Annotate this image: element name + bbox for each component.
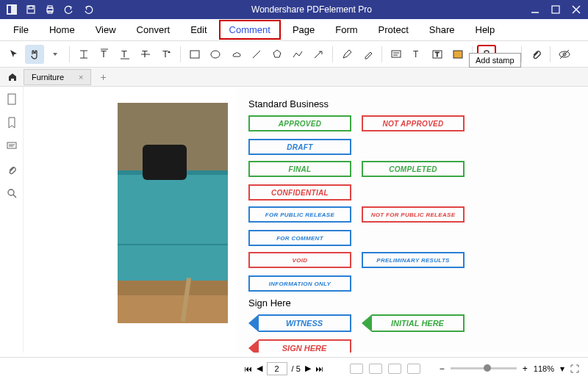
hide-comments-icon[interactable]: [555, 45, 574, 64]
document-tab[interactable]: Furniture ×: [24, 69, 91, 85]
connected-line-icon[interactable]: [288, 45, 307, 64]
prev-page-icon[interactable]: ◀: [257, 364, 262, 373]
attachment-icon[interactable]: [526, 45, 545, 64]
strikethrough-icon[interactable]: T: [136, 45, 155, 64]
menu-edit[interactable]: Edit: [182, 21, 215, 38]
undo-icon[interactable]: [63, 4, 75, 15]
menu-help[interactable]: Help: [467, 21, 504, 38]
thumbnails-icon[interactable]: [5, 93, 18, 106]
stamp-not-approved[interactable]: NOT APPROVED: [362, 115, 465, 131]
zoom-value: 118%: [534, 364, 554, 373]
first-page-icon[interactable]: ⏮: [244, 364, 252, 373]
home-icon[interactable]: [6, 71, 19, 84]
app-logo-icon: [6, 4, 18, 15]
svg-rect-22: [392, 51, 401, 57]
zoom-slider[interactable]: [451, 367, 517, 369]
svg-line-39: [13, 195, 16, 198]
window-title: Wondershare PDFelement Pro: [94, 4, 529, 15]
search-panel-icon[interactable]: [5, 187, 18, 200]
save-icon[interactable]: [25, 4, 37, 15]
stamp-information-only[interactable]: INFORMATION ONLY: [248, 275, 351, 292]
menu-view[interactable]: View: [87, 21, 125, 38]
facing-continuous-icon[interactable]: [407, 364, 420, 374]
svg-rect-1: [8, 6, 11, 13]
bookmarks-icon[interactable]: [5, 116, 18, 129]
select-tool-icon[interactable]: [4, 45, 24, 64]
arrow-stamp-witness[interactable]: WITNESS: [248, 314, 351, 332]
svg-text:T: T: [121, 48, 127, 59]
rect-shape-icon[interactable]: [185, 45, 204, 64]
zoom-in-icon[interactable]: +: [523, 364, 528, 374]
menu-share[interactable]: Share: [420, 21, 464, 38]
stamp-tooltip: Add stamp: [469, 53, 521, 68]
svg-rect-35: [7, 142, 16, 148]
stamp-not-for-public-release[interactable]: NOT FOR PUBLIC RELEASE: [362, 206, 465, 223]
stamp-completed[interactable]: COMPLETED: [362, 161, 465, 177]
caret-icon[interactable]: T: [157, 45, 176, 64]
highlight-icon[interactable]: [74, 45, 93, 64]
menu-page[interactable]: Page: [284, 21, 323, 38]
stamp-final[interactable]: FINAL: [248, 161, 351, 177]
polygon-shape-icon[interactable]: [268, 45, 287, 64]
close-icon[interactable]: [570, 4, 582, 15]
last-page-icon[interactable]: ⏭: [315, 364, 323, 373]
menu-convert[interactable]: Convert: [128, 21, 179, 38]
page-input[interactable]: [267, 362, 287, 375]
text-style1-icon[interactable]: T: [95, 45, 114, 64]
stamp-for-public-release[interactable]: FOR PUBLIC RELEASE: [248, 206, 351, 223]
stamp-draft[interactable]: DRAFT: [248, 139, 351, 155]
svg-text:T: T: [162, 48, 168, 59]
dropdown-icon[interactable]: [46, 45, 65, 64]
hand-tool-icon[interactable]: [25, 45, 44, 64]
stamp-preliminary-results[interactable]: PRELIMINARY RESULTS: [362, 252, 465, 268]
title-bar: Wondershare PDFelement Pro: [0, 0, 588, 19]
stamp-for-comment[interactable]: FOR COMMENT: [248, 230, 351, 246]
stamp-void[interactable]: VOID: [248, 252, 351, 268]
underline-icon[interactable]: T: [115, 45, 135, 64]
tab-label: Furniture: [32, 73, 64, 82]
fullscreen-icon[interactable]: [570, 364, 579, 373]
typewriter-icon[interactable]: T: [407, 45, 426, 64]
pencil-icon[interactable]: [337, 45, 356, 64]
menu-bar: FileHomeViewConvertEditCommentPageFormPr…: [0, 19, 588, 41]
single-view-icon[interactable]: [350, 364, 363, 374]
arrow-shape-icon[interactable]: [309, 45, 328, 64]
tab-close-icon[interactable]: ×: [79, 73, 83, 82]
comments-panel-icon[interactable]: [5, 140, 18, 153]
menu-home[interactable]: Home: [40, 21, 84, 38]
new-tab-icon[interactable]: +: [96, 71, 110, 83]
stamp-panel[interactable]: Standard Business APPROVEDNOT APPROVEDDR…: [237, 87, 588, 353]
menu-protect[interactable]: Protect: [370, 21, 417, 38]
menu-form[interactable]: Form: [326, 21, 366, 38]
line-shape-icon[interactable]: [247, 45, 266, 64]
facing-view-icon[interactable]: [388, 364, 401, 374]
section-standard: Standard Business: [248, 98, 576, 109]
section-sign: Sign Here: [248, 297, 576, 308]
svg-line-20: [253, 51, 260, 58]
oval-shape-icon[interactable]: [206, 45, 225, 64]
zoom-out-icon[interactable]: −: [440, 364, 445, 374]
arrow-stamp-initial-here[interactable]: INITIAL HERE: [362, 314, 465, 332]
note-icon[interactable]: [387, 45, 406, 64]
svg-rect-3: [29, 6, 33, 9]
menu-comment[interactable]: Comment: [219, 20, 281, 40]
stamp-approved[interactable]: APPROVED: [248, 115, 351, 131]
next-page-icon[interactable]: ▶: [305, 364, 311, 373]
textbox-icon[interactable]: T: [428, 45, 447, 64]
print-icon[interactable]: [44, 4, 56, 15]
continuous-view-icon[interactable]: [369, 364, 382, 374]
maximize-icon[interactable]: [550, 4, 562, 15]
arrow-stamp-sign-here[interactable]: SIGN HERE: [248, 339, 351, 353]
eraser-icon[interactable]: [358, 45, 377, 64]
svg-rect-34: [8, 94, 15, 104]
attachments-panel-icon[interactable]: [5, 163, 18, 176]
menu-file[interactable]: File: [4, 21, 37, 38]
zoom-dropdown-icon[interactable]: ▾: [560, 364, 564, 374]
callout-icon[interactable]: [448, 45, 467, 64]
redo-icon[interactable]: [82, 4, 94, 15]
stamp-confidential[interactable]: CONFIDENTIAL: [248, 184, 351, 201]
svg-rect-18: [190, 51, 199, 58]
document-canvas[interactable]: Standard Business APPROVEDNOT APPROVEDDR…: [24, 87, 588, 353]
cloud-shape-icon[interactable]: [226, 45, 245, 64]
minimize-icon[interactable]: [529, 4, 541, 15]
